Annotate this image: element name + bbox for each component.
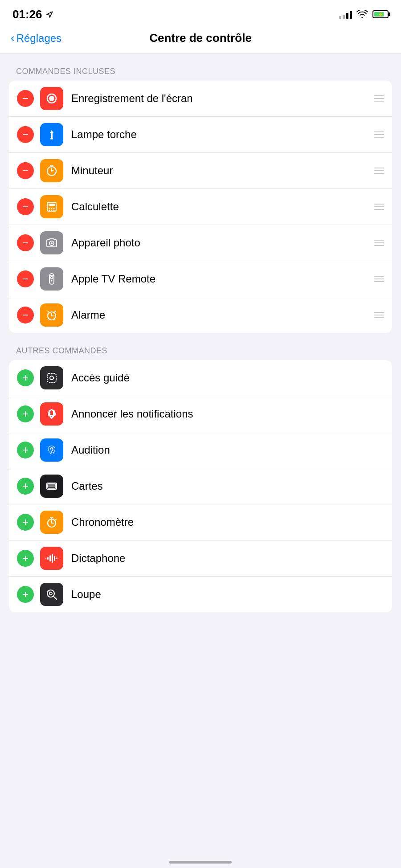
alarm-icon bbox=[40, 303, 63, 327]
list-item: + Accès guidé bbox=[9, 360, 392, 396]
remove-screen-record-button[interactable]: − bbox=[17, 90, 34, 107]
add-wallet-button[interactable]: + bbox=[17, 478, 34, 495]
camera-label: Appareil photo bbox=[71, 237, 369, 249]
list-item: − Apple TV Remote bbox=[9, 261, 392, 297]
flashlight-label: Lampe torche bbox=[71, 128, 369, 141]
remove-camera-button[interactable]: − bbox=[17, 234, 34, 251]
calculator-icon bbox=[40, 195, 63, 218]
page-title: Centre de contrôle bbox=[69, 31, 332, 45]
status-bar: 01:26 ⚡ bbox=[0, 0, 401, 27]
list-item: + Dictaphone bbox=[9, 540, 392, 577]
magnifier-label: Loupe bbox=[71, 588, 384, 601]
svg-line-57 bbox=[49, 592, 50, 593]
add-hearing-button[interactable]: + bbox=[17, 442, 34, 459]
drag-handle[interactable] bbox=[369, 95, 384, 102]
svg-marker-0 bbox=[47, 12, 53, 17]
remove-appletv-button[interactable]: − bbox=[17, 270, 34, 287]
drag-handle[interactable] bbox=[369, 312, 384, 318]
back-button[interactable]: ‹ Réglages bbox=[11, 31, 69, 45]
minus-icon: − bbox=[22, 310, 29, 320]
minus-icon: − bbox=[22, 237, 29, 248]
announce-app-icon bbox=[40, 402, 63, 426]
time-display: 01:26 bbox=[12, 8, 42, 21]
hearing-label: Audition bbox=[71, 444, 384, 456]
screen-record-label: Enregistrement de l'écran bbox=[71, 92, 369, 105]
svg-rect-3 bbox=[50, 138, 53, 139]
list-item: − Minuteur bbox=[9, 153, 392, 189]
drag-handle[interactable] bbox=[369, 276, 384, 282]
svg-point-14 bbox=[49, 210, 50, 212]
svg-point-18 bbox=[51, 242, 53, 244]
home-indicator bbox=[169, 861, 232, 864]
hearing-app-icon bbox=[40, 438, 63, 462]
included-commands-list: − Enregistrement de l'écran − bbox=[9, 81, 392, 333]
remove-timer-button[interactable]: − bbox=[17, 162, 34, 179]
svg-line-27 bbox=[55, 311, 56, 312]
drag-handle[interactable] bbox=[369, 168, 384, 174]
svg-rect-10 bbox=[49, 204, 55, 206]
list-item: + Cartes bbox=[9, 468, 392, 504]
timer-label: Minuteur bbox=[71, 164, 369, 177]
add-stopwatch-button[interactable]: + bbox=[17, 514, 34, 531]
minus-icon: − bbox=[22, 274, 29, 284]
svg-line-47 bbox=[55, 519, 56, 520]
svg-point-31 bbox=[50, 376, 53, 380]
remove-flashlight-button[interactable]: − bbox=[17, 126, 34, 143]
add-magnifier-button[interactable]: + bbox=[17, 586, 34, 603]
drag-handle[interactable] bbox=[369, 204, 384, 210]
add-guided-access-button[interactable]: + bbox=[17, 369, 34, 386]
list-item: − Appareil photo bbox=[9, 225, 392, 261]
add-announce-button[interactable]: + bbox=[17, 405, 34, 422]
remove-alarm-button[interactable]: − bbox=[17, 307, 34, 323]
minus-icon: − bbox=[22, 129, 29, 140]
alarm-label: Alarme bbox=[71, 309, 369, 321]
magnifier-app-icon bbox=[40, 583, 63, 606]
other-section-label: AUTRES COMMANDES bbox=[0, 346, 401, 360]
status-icons: ⚡ bbox=[339, 10, 389, 19]
plus-icon: + bbox=[22, 589, 29, 600]
list-item: + Chronomètre bbox=[9, 504, 392, 540]
svg-rect-50 bbox=[52, 554, 53, 563]
svg-point-21 bbox=[51, 280, 53, 282]
flashlight-icon bbox=[40, 123, 63, 146]
voicememo-label: Dictaphone bbox=[71, 552, 384, 565]
back-chevron-icon: ‹ bbox=[11, 31, 15, 45]
svg-line-26 bbox=[48, 311, 49, 312]
minus-icon: − bbox=[22, 93, 29, 104]
stopwatch-label: Chronomètre bbox=[71, 516, 384, 528]
plus-icon: + bbox=[22, 409, 29, 419]
svg-point-2 bbox=[49, 96, 54, 101]
drag-handle[interactable] bbox=[369, 131, 384, 138]
svg-point-15 bbox=[51, 210, 53, 212]
svg-point-16 bbox=[53, 210, 55, 212]
remove-calculator-button[interactable]: − bbox=[17, 198, 34, 215]
svg-point-13 bbox=[53, 208, 55, 209]
svg-point-35 bbox=[51, 416, 53, 418]
svg-line-28 bbox=[49, 319, 50, 320]
included-commands-section: COMMANDES INCLUSES − Enregistrement de l… bbox=[0, 67, 401, 333]
plus-icon: + bbox=[22, 481, 29, 491]
list-item: + Annoncer les notifications bbox=[9, 396, 392, 432]
appletv-label: Apple TV Remote bbox=[71, 273, 369, 285]
plus-icon: + bbox=[22, 445, 29, 455]
announce-label: Annoncer les notifications bbox=[71, 408, 384, 420]
svg-rect-52 bbox=[56, 557, 57, 559]
drag-handle[interactable] bbox=[369, 240, 384, 246]
svg-point-20 bbox=[51, 277, 53, 279]
svg-point-11 bbox=[49, 208, 50, 209]
stopwatch-app-icon bbox=[40, 511, 63, 534]
svg-rect-49 bbox=[49, 555, 51, 561]
add-voicememo-button[interactable]: + bbox=[17, 550, 34, 567]
svg-rect-48 bbox=[47, 557, 49, 560]
camera-icon bbox=[40, 231, 63, 254]
calculator-label: Calculette bbox=[71, 201, 369, 213]
plus-icon: + bbox=[22, 517, 29, 528]
wallet-app-icon bbox=[40, 475, 63, 498]
wifi-icon bbox=[356, 10, 368, 19]
other-commands-list: + Accès guidé + bbox=[9, 360, 392, 612]
location-icon bbox=[46, 11, 53, 18]
guided-access-app-icon bbox=[40, 366, 63, 389]
back-label: Réglages bbox=[16, 32, 61, 45]
minus-icon: − bbox=[22, 201, 29, 212]
status-time: 01:26 bbox=[12, 8, 53, 21]
